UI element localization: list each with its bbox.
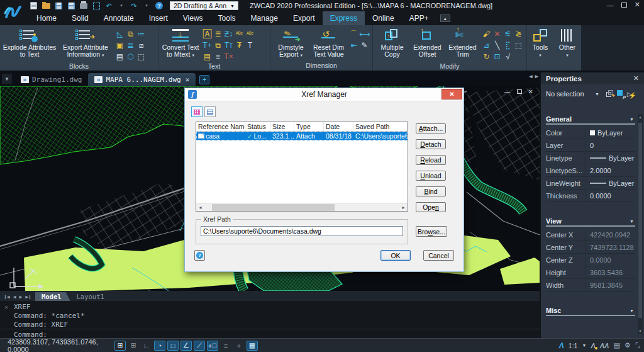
list-view-toggle[interactable]	[191, 106, 203, 117]
tab-tools[interactable]: Tools	[211, 11, 243, 25]
text-justify-icon[interactable]: ≡	[213, 51, 223, 62]
explode-attributes-button[interactable]: Explode Attributes to Text	[3, 27, 57, 61]
curve-icon[interactable]: √	[502, 51, 513, 62]
text-list-icon[interactable]: ≣	[213, 28, 223, 40]
maximize-button[interactable]	[621, 1, 627, 9]
edit-list-icon[interactable]: ≷	[513, 28, 524, 40]
tree-view-toggle[interactable]	[204, 106, 216, 117]
prop-row-linetype[interactable]: Linetype ByLayer	[546, 152, 635, 164]
properties-scrollbar[interactable]: ▲ ▼	[638, 114, 643, 334]
first-layout-icon[interactable]: ❙◀	[4, 294, 10, 300]
detach-button[interactable]: Detach	[416, 139, 446, 149]
doc-restore-icon[interactable]	[517, 89, 522, 94]
undo-dropdown-icon[interactable]: ▾	[117, 2, 126, 9]
copy-settings-icon[interactable]: ⚟	[502, 28, 513, 40]
quick-select-icon[interactable]: +	[606, 89, 615, 99]
dialog-close-button[interactable]: ✕	[441, 89, 462, 99]
xref-list-header[interactable]: Reference Name Status Size Type Date Sav…	[196, 122, 408, 132]
copy-nested-icon[interactable]: ⧉	[125, 28, 136, 40]
text-align-icon[interactable]: ᴬᴮᶜ	[245, 28, 255, 40]
extended-offset-button[interactable]: ↑ Extended Offset	[411, 27, 444, 61]
annotation-visibility-icon[interactable]: Λ	[591, 342, 595, 349]
prop-row-lineweight[interactable]: LineWeight ByLayer	[546, 177, 635, 190]
polyline-icon[interactable]: ╲	[492, 40, 502, 51]
save-icon[interactable]	[54, 2, 63, 9]
tools-button[interactable]: Tools▾	[530, 27, 551, 61]
tab-insert[interactable]: Insert	[142, 11, 175, 25]
multiple-copy-button[interactable]: ↑ Multiple Copy	[375, 27, 409, 61]
tab-scroll-right-icon[interactable]: ▶	[535, 73, 538, 79]
tab-app-plus[interactable]: APP+	[402, 11, 436, 25]
export-attribute-button[interactable]: ➜ Export Attribute Information ▾	[58, 27, 113, 61]
collapse-icon[interactable]: ▼	[630, 219, 634, 224]
close-button[interactable]: ✕	[635, 1, 640, 9]
clip-icon[interactable]: ⊡	[492, 51, 502, 62]
unload-button[interactable]: Unload	[416, 171, 446, 181]
text-plain-icon[interactable]: T	[245, 40, 255, 51]
text-frame-icon[interactable]: 🄰	[202, 28, 213, 40]
lineweight-display-toggle[interactable]: ≡	[220, 341, 231, 351]
image-frame-icon[interactable]: ▣	[114, 40, 125, 51]
toggle-pickadd-icon[interactable]: ▷⚡	[627, 89, 636, 99]
select-objects-icon[interactable]: ⌕	[616, 89, 626, 99]
prop-row-linetypescale[interactable]: LinetypeS... 2.0000	[546, 164, 635, 177]
doc-tab-mapa6[interactable]: D MAPA 6...NAGEM.dwg ✕	[88, 73, 196, 86]
measure-icon[interactable]: ⊿	[481, 40, 492, 51]
extended-trim-button[interactable]: ✄↑ Extended Trim	[446, 27, 479, 61]
section-misc[interactable]: Misc▼	[546, 307, 635, 316]
tab-home[interactable]: Home	[29, 11, 64, 25]
settings-gear-icon[interactable]: ⚙	[625, 341, 631, 349]
scroll-up-icon[interactable]: ▲	[638, 115, 643, 119]
prop-row-color[interactable]: Color ByLayer	[546, 127, 635, 139]
object-snap-toggle[interactable]: □	[167, 341, 179, 351]
doc-tab-drawing1[interactable]: D Drawing1.dwg	[14, 73, 88, 86]
workspace-switcher[interactable]: 2D Drafting & Ann ▼	[170, 1, 238, 10]
tab-export[interactable]: Export	[286, 11, 323, 25]
dialog-title-bar[interactable]: ʃ Xref Manager	[185, 88, 464, 101]
selection-dropdown[interactable]: No selection	[546, 90, 595, 98]
doc-minimize-icon[interactable]: —	[504, 88, 511, 95]
browse-button[interactable]: Browse...	[416, 226, 447, 237]
prop-row-height[interactable]: Height3603.5436	[546, 266, 635, 279]
rotate-copy-icon[interactable]: ↻	[481, 51, 492, 62]
bind-button[interactable]: Bind	[416, 186, 446, 196]
new-tab-icon[interactable]: +	[199, 75, 209, 84]
xref-list[interactable]: Reference Name Status Size Type Date Sav…	[196, 122, 408, 212]
ok-button[interactable]: OK	[380, 250, 411, 261]
tab-list-dropdown-icon[interactable]: ▼	[2, 74, 12, 84]
scroll-right-icon[interactable]: ▸	[399, 205, 408, 210]
prev-layout-icon[interactable]: ◀	[13, 294, 16, 300]
help-icon[interactable]: ?	[155, 2, 164, 9]
selection-icon[interactable]	[92, 2, 101, 9]
open-file-icon[interactable]	[42, 2, 50, 9]
doc-close-icon[interactable]: ✕	[528, 88, 533, 95]
region-icon[interactable]: ⣏	[502, 40, 513, 51]
undo-icon[interactable]: ↶	[104, 2, 113, 9]
save-as-icon[interactable]	[67, 2, 75, 9]
text-copy-icon[interactable]: ⧉	[213, 40, 223, 51]
new-file-icon[interactable]	[29, 2, 38, 9]
model-tab[interactable]: Model	[35, 292, 70, 301]
chevron-down-icon[interactable]: ▼	[582, 343, 586, 348]
trim-block-icon[interactable]: ⬚	[136, 51, 147, 62]
collapse-icon[interactable]: ▼	[630, 309, 634, 313]
dimstyle-export-button[interactable]: ✎➜ Dimstyle Export ▾	[273, 27, 309, 61]
reload-button[interactable]: Reload	[416, 155, 446, 165]
polar-tracking-toggle[interactable]: ◔	[154, 341, 165, 351]
redo-dropdown-icon[interactable]: ▾	[142, 2, 151, 9]
cancel-button[interactable]: Cancel	[423, 250, 454, 261]
next-layout-icon[interactable]: ▶	[19, 294, 22, 300]
ortho-mode-toggle[interactable]: ∟	[141, 341, 152, 351]
dynamic-input-toggle[interactable]: +⃞	[207, 341, 218, 351]
grid-display-toggle[interactable]: ⊞	[114, 341, 126, 351]
col-reference-name[interactable]: Reference Name	[196, 122, 245, 131]
col-status[interactable]: Status	[245, 122, 270, 131]
attach-button[interactable]: Attach...	[416, 123, 446, 133]
redo-icon[interactable]: ↷	[130, 2, 138, 9]
help-button[interactable]: ?	[194, 250, 205, 261]
block-settings-icon[interactable]: ≔	[136, 28, 147, 40]
angle-snap-toggle[interactable]: ∠	[180, 341, 192, 351]
text-doc-icon[interactable]: ▤	[202, 51, 213, 62]
section-view[interactable]: View▼	[546, 217, 635, 227]
annotation-scale-icon[interactable]: Λ	[559, 341, 564, 350]
